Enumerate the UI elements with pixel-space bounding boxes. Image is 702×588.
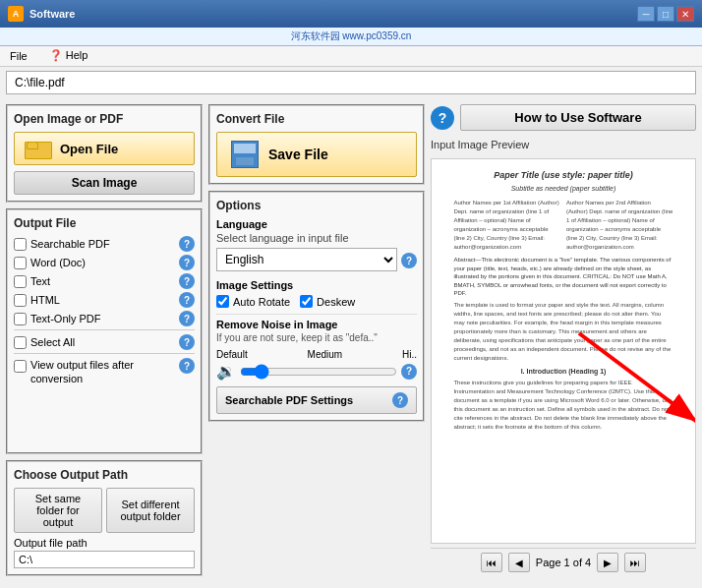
language-desc: Select language in input file: [216, 232, 417, 244]
menu-file[interactable]: File: [4, 48, 33, 64]
preview-col1: Author Names per 1st Affiliation (Author…: [453, 199, 560, 252]
word-doc-info[interactable]: ?: [179, 255, 195, 270]
last-page-button[interactable]: ⏭: [624, 553, 646, 572]
preview-section-title: I. Introduction (Heading 1): [453, 367, 673, 377]
output-btns: Set same folder for output Set different…: [14, 488, 195, 533]
output-section-title: Output File: [14, 216, 195, 230]
preview-abstract: Abstract—This electronic document is a "…: [453, 256, 673, 297]
image-settings-label: Image Settings: [216, 279, 417, 291]
title-bar-text: Software: [29, 8, 75, 20]
prev-page-button[interactable]: ◀: [508, 553, 530, 572]
right-panel: ? How to Use Software Input Image Previe…: [431, 104, 696, 576]
preview-content: Paper Title (use style: paper title) Sub…: [453, 169, 673, 432]
html-row: HTML ?: [14, 292, 195, 308]
middle-panel: Convert File Save File Options Language …: [208, 104, 425, 576]
app-icon: A: [8, 6, 24, 22]
scan-image-label: Scan Image: [72, 176, 138, 190]
noise-slider-container: 🔉 ?: [216, 362, 417, 381]
open-file-label: Open File: [60, 142, 118, 156]
menu-bar: File ❓ Help: [0, 45, 702, 67]
noise-slider[interactable]: [240, 364, 397, 380]
text-checkbox[interactable]: [14, 275, 27, 288]
word-doc-checkbox[interactable]: [14, 257, 27, 269]
noise-title: Remove Noise in Image: [216, 319, 417, 330]
text-only-pdf-info[interactable]: ?: [179, 311, 195, 326]
menu-help[interactable]: ❓ Help: [43, 47, 94, 64]
options-title: Options: [216, 199, 417, 212]
auto-rotate-checkbox[interactable]: [216, 295, 229, 308]
last-page-icon: ⏭: [630, 558, 640, 568]
left-panel: Open Image or PDF Open File Scan Image O…: [6, 104, 203, 576]
scan-image-button[interactable]: Scan Image: [14, 171, 195, 195]
view-output-info[interactable]: ?: [179, 358, 195, 374]
searchable-pdf-info[interactable]: ?: [179, 236, 195, 252]
noise-low-icon: 🔉: [216, 362, 236, 381]
preview-body-text: The template is used to format your pape…: [453, 301, 673, 363]
language-label: Language: [216, 218, 417, 230]
title-bar: A Software ─ □ ✕: [0, 0, 702, 28]
right-top: ? How to Use Software: [431, 104, 696, 131]
next-page-button[interactable]: ▶: [597, 553, 618, 572]
preview-label: Input Image Preview: [431, 139, 696, 150]
select-all-info[interactable]: ?: [179, 334, 195, 350]
searchable-pdf-settings-info[interactable]: ?: [392, 392, 408, 408]
open-file-button[interactable]: Open File: [14, 132, 195, 165]
floppy-disk-icon: [231, 141, 259, 168]
html-info[interactable]: ?: [179, 292, 195, 308]
same-folder-label: Set same folder for output: [35, 493, 81, 528]
searchable-pdf-settings-button[interactable]: Searchable PDF Settings ?: [216, 386, 417, 414]
watermark-bar: 河东软件园 www.pc0359.cn: [0, 28, 702, 46]
language-select[interactable]: English French German Spanish: [216, 248, 397, 271]
text-row: Text ?: [14, 273, 195, 289]
view-output-checkbox[interactable]: [14, 360, 27, 373]
open-section: Open Image or PDF Open File Scan Image: [6, 104, 203, 203]
preview-paper-subtitle: Subtitle as needed (paper subtitle): [453, 184, 673, 194]
first-page-icon: ⏮: [487, 558, 497, 568]
minimize-button[interactable]: ─: [637, 6, 655, 22]
noise-desc: If you are not sure, keep it as "defa..": [216, 332, 417, 343]
help-icon: ?: [431, 106, 454, 130]
divider: [14, 329, 195, 330]
title-bar-left: A Software: [8, 6, 75, 22]
text-only-pdf-checkbox[interactable]: [14, 313, 27, 325]
preview-paper-title: Paper Title (use style: paper title): [453, 169, 673, 182]
watermark-url: 河东软件园 www.pc0359.cn: [291, 30, 412, 41]
close-button[interactable]: ✕: [676, 6, 694, 22]
choose-output-title: Choose Output Path: [14, 468, 195, 482]
text-info[interactable]: ?: [179, 273, 195, 289]
next-page-icon: ▶: [604, 558, 612, 568]
diff-folder-button[interactable]: Set different output folder: [106, 488, 195, 533]
output-file-section: Output File Searchable PDF ? Word (Doc) …: [6, 208, 203, 454]
title-bar-controls[interactable]: ─ □ ✕: [637, 6, 694, 22]
text-only-pdf-row: Text-Only PDF ?: [14, 311, 195, 326]
save-file-label: Save File: [268, 147, 328, 162]
save-file-button[interactable]: Save File: [216, 132, 417, 177]
deskew-checkbox[interactable]: [300, 295, 313, 308]
page-label: Page 1 of 4: [536, 557, 591, 568]
choose-output-section: Choose Output Path Set same folder for o…: [6, 460, 203, 576]
diff-folder-label: Set different output folder: [120, 499, 180, 522]
select-all-checkbox[interactable]: [14, 336, 27, 349]
noise-info[interactable]: ?: [401, 364, 417, 380]
view-output-label: View output files after conversion: [30, 358, 173, 386]
output-path-input[interactable]: [14, 551, 195, 568]
noise-label-row: Default Medium Hi..: [216, 349, 417, 360]
first-page-button[interactable]: ⏮: [481, 553, 502, 572]
searchable-pdf-settings-label: Searchable PDF Settings: [225, 394, 353, 406]
html-checkbox[interactable]: [14, 294, 27, 307]
how-to-button[interactable]: How to Use Software: [460, 104, 696, 131]
text-label: Text: [30, 275, 50, 287]
preview-area: Paper Title (use style: paper title) Sub…: [431, 158, 696, 544]
language-info[interactable]: ?: [401, 253, 417, 268]
convert-section-title: Convert File: [216, 112, 417, 126]
open-section-title: Open Image or PDF: [14, 112, 195, 126]
how-to-label: How to Use Software: [514, 110, 641, 125]
same-folder-button[interactable]: Set same folder for output: [14, 488, 102, 533]
word-doc-label: Word (Doc): [30, 257, 86, 268]
html-label: HTML: [30, 294, 60, 306]
select-all-row: Select All ?: [14, 334, 195, 350]
address-text: C:\file.pdf: [15, 76, 65, 89]
word-doc-row: Word (Doc) ?: [14, 255, 195, 270]
maximize-button[interactable]: □: [657, 6, 674, 22]
searchable-pdf-checkbox[interactable]: [14, 238, 27, 251]
